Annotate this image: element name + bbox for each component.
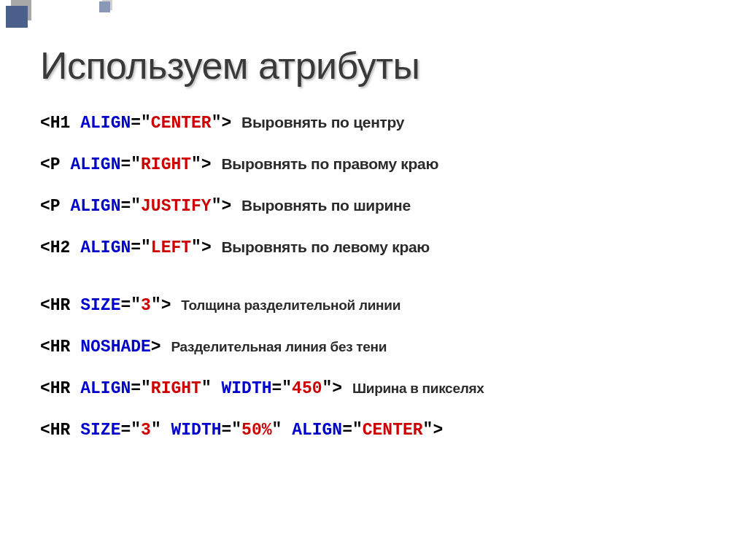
deco-square [99, 1, 110, 12]
code-line: <H2 ALIGN="LEFT"> Выровнять по левому кр… [40, 236, 718, 260]
code-token: "> [191, 155, 221, 174]
code-token: < [40, 197, 50, 216]
code-token: " [272, 421, 293, 440]
code-token: HR [50, 338, 80, 357]
code-token: H1 [50, 114, 80, 133]
example-group-align: <H1 ALIGN="CENTER"> Выровнять по центру … [40, 111, 718, 260]
code-line: <HR SIZE="3" WIDTH="50%" ALIGN="CENTER"> [40, 418, 718, 442]
slide-title: Используем атрибуты [40, 44, 419, 88]
code-token: "> [423, 421, 444, 440]
code-token: ALIGN [80, 238, 131, 257]
code-line: <P ALIGN="JUSTIFY"> Выровнять по ширине [40, 194, 718, 218]
code-token: CENTER [363, 421, 423, 440]
code-description: Выровнять по правому краю [221, 155, 438, 172]
code-token: =" [120, 421, 141, 440]
code-token: RIGHT [141, 155, 191, 174]
code-line: <HR NOSHADE> Разделительная линия без те… [40, 335, 718, 359]
code-line: <H1 ALIGN="CENTER"> Выровнять по центру [40, 111, 718, 135]
code-description: Выровнять по левому краю [222, 238, 430, 255]
code-token: "> [191, 238, 221, 257]
code-description: Ширина в пикселях [352, 381, 484, 396]
code-token: P [50, 197, 71, 216]
example-group-hr: <HR SIZE="3"> Толщина разделительной лин… [40, 293, 718, 442]
code-description: Выровнять по центру [241, 114, 404, 131]
code-token: =" [272, 379, 293, 398]
code-token: P [50, 155, 71, 174]
code-description: Разделительная линия без тени [171, 339, 387, 354]
code-token: "> [212, 197, 241, 216]
code-token: CENTER [151, 114, 212, 133]
code-line: <P ALIGN="RIGHT"> Выровнять по правому к… [40, 152, 718, 176]
code-line: <HR ALIGN="RIGHT" WIDTH="450"> Ширина в … [40, 376, 718, 400]
code-token: HR [50, 296, 80, 315]
code-token: WIDTH [171, 421, 221, 440]
code-token: RIGHT [151, 379, 201, 398]
code-token: =" [120, 296, 141, 315]
code-token: WIDTH [221, 379, 271, 398]
code-token: "> [151, 296, 181, 315]
code-token: SIZE [80, 296, 120, 315]
corner-decoration [0, 0, 131, 29]
code-token: < [40, 114, 50, 133]
deco-square [6, 6, 28, 28]
code-token: ALIGN [70, 197, 120, 216]
code-token: > [151, 338, 171, 357]
code-token: " [151, 421, 171, 440]
code-token: < [40, 296, 50, 315]
code-token: =" [131, 238, 151, 257]
code-token: < [40, 155, 50, 174]
code-token: =" [222, 421, 242, 440]
code-token: ALIGN [80, 114, 131, 133]
code-token: =" [131, 379, 151, 398]
code-token: HR [50, 421, 80, 440]
code-token: H2 [50, 238, 80, 257]
code-token: "> [212, 114, 241, 133]
code-line: <HR SIZE="3"> Толщина разделительной лин… [40, 293, 718, 317]
code-token: "> [322, 379, 352, 398]
code-token: < [40, 421, 50, 440]
code-token: 450 [292, 379, 322, 398]
code-token: NOSHADE [80, 338, 151, 357]
code-token: " [201, 379, 222, 398]
code-description: Толщина разделительной линии [181, 298, 400, 313]
code-token: LEFT [151, 238, 191, 257]
code-token: ALIGN [70, 155, 120, 174]
code-token: =" [120, 155, 141, 174]
code-token: ALIGN [292, 421, 342, 440]
code-token: HR [50, 379, 80, 398]
code-token: =" [342, 421, 363, 440]
code-description: Выровнять по ширине [241, 197, 411, 214]
code-token: =" [120, 197, 141, 216]
code-token: SIZE [80, 421, 120, 440]
code-token: JUSTIFY [141, 197, 212, 216]
code-token: 3 [141, 296, 151, 315]
code-token: 50% [241, 421, 271, 440]
code-token: < [40, 379, 50, 398]
code-token: < [40, 238, 50, 257]
code-token: ALIGN [80, 379, 131, 398]
code-token: =" [131, 114, 151, 133]
code-token: < [40, 338, 50, 357]
code-token: 3 [141, 421, 151, 440]
slide-content: <H1 ALIGN="CENTER"> Выровнять по центру … [40, 111, 718, 459]
